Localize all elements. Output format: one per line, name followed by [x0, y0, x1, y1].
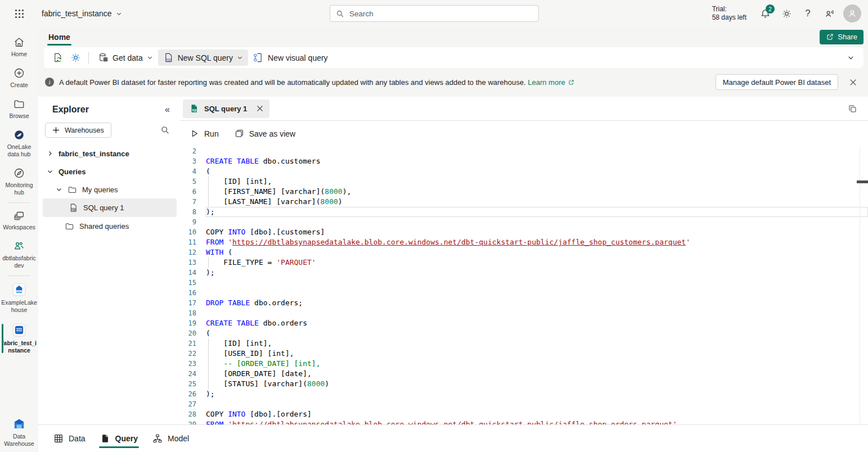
workspace-title-menu[interactable]: fabric_test_instance [42, 9, 122, 18]
header-actions: Trial: 58 days left 2 ? [712, 3, 868, 24]
sidebar-item-workspaces[interactable]: Workspaces [0, 205, 38, 236]
share-button[interactable]: Share [820, 30, 863, 44]
toolbar-collapse-button[interactable] [842, 54, 859, 61]
code-line[interactable]: 11FROM 'https://dbtlabsynapsedatalake.bl… [180, 237, 868, 247]
code-line[interactable]: 6 [FIRST_NAME] [varchar](8000), [180, 187, 868, 197]
tab-model[interactable]: Model [150, 425, 192, 452]
sidebar-item-examplelakehouse[interactable]: ExampleLakehouse [0, 278, 38, 318]
code-line[interactable]: 12WITH ( [180, 247, 868, 257]
editor-scrollbar[interactable] [860, 146, 860, 424]
code-line[interactable]: 10COPY INTO [dbo].[customers] [180, 227, 868, 237]
settings-button[interactable] [776, 3, 797, 24]
code-line[interactable]: 2 [180, 146, 868, 156]
run-button[interactable]: Run [190, 129, 219, 138]
sidebar-item-onelake-data-hub[interactable]: OneLake data hub [0, 124, 38, 162]
learn-more-link[interactable]: Learn more [528, 78, 574, 87]
code-line[interactable]: 24 [ORDER_DATE] [date], [180, 369, 868, 379]
code-line[interactable]: 13 FILE_TYPE = 'PARQUET' [180, 257, 868, 268]
explorer-title: Explorer [52, 105, 89, 115]
sidebar-item-create[interactable]: Create [0, 62, 38, 93]
refresh-semantic-model-button[interactable] [48, 49, 66, 66]
code-line[interactable]: 20( [180, 328, 868, 338]
get-data-button[interactable]: Get data [93, 49, 158, 66]
user-avatar[interactable] [843, 4, 861, 22]
new-visual-query-button[interactable]: New visual query [248, 49, 333, 66]
chevron-down-icon [116, 11, 122, 17]
notifications-button[interactable]: 2 [754, 3, 776, 24]
sidebar-item-monitoring-hub[interactable]: Monitoring hub [0, 162, 38, 201]
code-line[interactable]: 5 [ID] [int], [180, 177, 868, 187]
code-line[interactable]: 7 [LAST_NAME] [varchar](8000) [180, 197, 868, 207]
new-sql-query-button[interactable]: SQL New SQL query [158, 49, 248, 66]
svg-text:SQL: SQL [166, 58, 172, 61]
tree-item-queries[interactable]: Queries [38, 162, 180, 180]
help-button[interactable]: ? [797, 3, 818, 24]
scrollbar-thumb[interactable] [857, 180, 868, 183]
tab-query[interactable]: Query [97, 425, 141, 452]
tree-item-shared-queries[interactable]: Shared queries [38, 217, 180, 235]
document-refresh-icon [52, 52, 63, 63]
code-area[interactable]: 23CREATE TABLE dbo.customers4(5 [ID] [in… [180, 146, 868, 424]
code-line[interactable]: 27 [180, 399, 868, 409]
collapse-explorer-icon[interactable]: « [165, 105, 170, 115]
copy-button[interactable] [843, 100, 861, 117]
code-line[interactable]: 25 [STATUS] [varchar](8000) [180, 379, 868, 389]
code-text: FROM 'https://dbtlabsynapsedatalake.blob… [206, 237, 868, 247]
code-token: ( [206, 167, 210, 175]
code-text: [FIRST_NAME] [varchar](8000), [206, 187, 868, 197]
code-line[interactable]: 4( [180, 166, 868, 177]
search-input[interactable]: Search [330, 5, 539, 22]
app-launcher-button[interactable] [0, 0, 38, 27]
tree-item-my-queries[interactable]: My queries [38, 180, 180, 198]
code-line[interactable]: 15 [180, 278, 868, 288]
query-settings-button[interactable] [66, 49, 84, 66]
save-as-view-button[interactable]: Save as view [235, 129, 295, 138]
code-line[interactable]: 22 [USER_ID] [int], [180, 349, 868, 359]
code-line[interactable]: 21 [ID] [int], [180, 338, 868, 349]
code-line[interactable]: 3CREATE TABLE dbo.customers [180, 156, 868, 166]
tab-sql-query-1[interactable]: SQL SQL query 1 [183, 100, 269, 118]
sidebar-item-home[interactable]: Home [0, 31, 38, 62]
tab-home[interactable]: Home [47, 29, 72, 46]
code-line[interactable]: 28COPY INTO [dbo].[orders] [180, 409, 868, 419]
code-line[interactable]: 16 [180, 288, 868, 298]
sidebar-item-dbtlabsfabricdev[interactable]: dbtlabsfabricdev [0, 236, 38, 274]
sidebar-item-data-warehouse[interactable]: Data Warehouse [0, 413, 38, 452]
database-icon [98, 52, 109, 63]
feedback-button[interactable] [818, 3, 840, 24]
code-text: COPY INTO [dbo].[orders] [206, 409, 868, 419]
code-line[interactable]: 9 [180, 217, 868, 227]
code-line[interactable]: 18 [180, 308, 868, 318]
code-token: DROP [206, 299, 223, 307]
tab-data[interactable]: Data [51, 425, 88, 452]
close-icon [849, 79, 857, 86]
code-token: TABLE [237, 157, 259, 165]
code-token: FROM [206, 420, 223, 424]
code-text: [ID] [int], [206, 177, 868, 187]
code-text: FROM 'https://dbtlabsynapsedatalake.blob… [206, 419, 868, 424]
banner-close-button[interactable] [843, 74, 862, 91]
tree-item-warehouse[interactable]: fabric_test_instance [38, 144, 180, 162]
visual-query-icon [253, 52, 264, 63]
query-editor: SQL SQL query 1 Run [180, 97, 868, 424]
code-text: [ID] [int], [206, 338, 868, 349]
manage-default-dataset-button[interactable]: Manage default Power BI dataset [716, 74, 838, 90]
code-line[interactable]: 14); [180, 268, 868, 278]
code-token: dbo.customers [259, 157, 321, 165]
code-line[interactable]: 8); [180, 207, 868, 217]
code-line[interactable]: 17DROP TABLE dbo.orders; [180, 298, 868, 308]
code-line[interactable]: 29FROM 'https://dbtlabsynapsedatalake.bl… [180, 419, 868, 424]
chevron-down-icon [147, 55, 153, 61]
code-line[interactable]: 26); [180, 389, 868, 399]
code-line[interactable]: 23 -- [ORDER_DATE] [int], [180, 359, 868, 369]
explorer-search-button[interactable] [160, 125, 170, 135]
svg-text:SQL: SQL [192, 109, 197, 112]
sidebar-item-fabric-test-instance[interactable]: fabric_test_instance [0, 318, 38, 359]
sidebar-item-browse[interactable]: Browse [0, 93, 38, 124]
home-icon [13, 36, 25, 48]
tree-item-sql-query-1[interactable]: SQL SQL query 1 [43, 198, 177, 217]
add-warehouses-button[interactable]: Warehouses [45, 123, 111, 138]
tab-close-button[interactable] [257, 105, 263, 112]
code-text: [ORDER_DATE] [date], [206, 369, 868, 379]
code-line[interactable]: 19CREATE TABLE dbo.orders [180, 318, 868, 328]
